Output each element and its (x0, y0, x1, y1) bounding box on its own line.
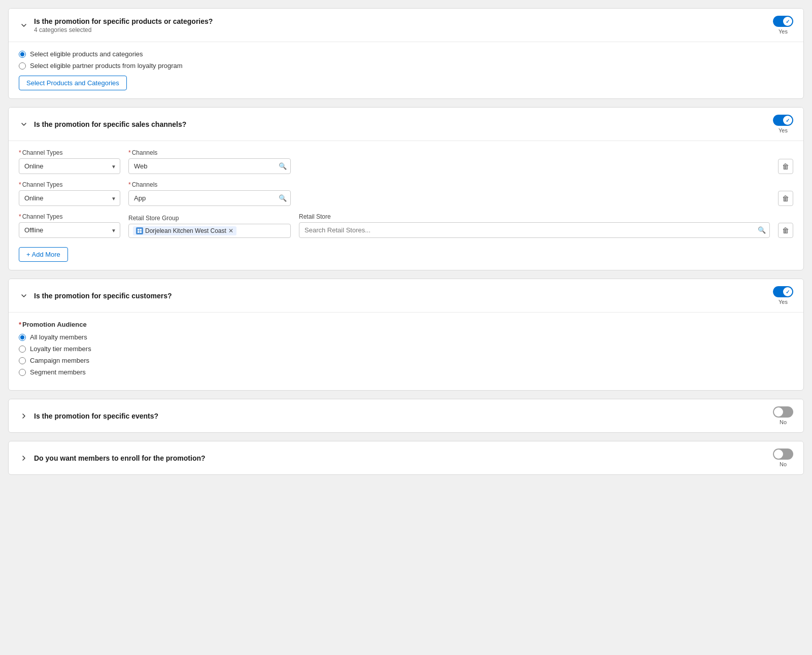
channel-type-group-2: *Channel Types Online Offline ▼ (19, 181, 120, 206)
radio-loyalty-tier-label: Loyalty tier members (30, 345, 91, 353)
events-chevron[interactable] (19, 411, 29, 421)
delete-icon-1: 🗑 (782, 162, 789, 170)
radio-campaign-input[interactable] (19, 357, 26, 364)
radio-eligible-input[interactable] (19, 51, 26, 58)
radio-partner-products[interactable]: Select eligible partner products from lo… (19, 62, 793, 70)
channel-search-icon-2: 🔍 (279, 194, 287, 202)
channels-toggle-knob (783, 116, 792, 125)
channel-type-group-1: *Channel Types Online Offline ▼ (19, 149, 120, 174)
retail-store-label: Retail Store (299, 213, 770, 220)
events-toggle[interactable] (773, 406, 793, 418)
retail-store-input[interactable] (299, 222, 770, 238)
channels-toggle[interactable] (773, 115, 793, 126)
radio-eligible-label: Select eligible products and categories (30, 50, 143, 58)
customers-chevron[interactable] (19, 291, 29, 301)
events-title-group: Is the promotion for specific events? (34, 412, 773, 420)
enroll-toggle[interactable] (773, 449, 793, 460)
products-title-group: Is the promotion for specific products o… (34, 17, 773, 33)
events-toggle-wrapper: No (773, 406, 793, 425)
customers-toggle[interactable] (773, 286, 793, 297)
channel-group-1: *Channels 🔍 (128, 149, 291, 174)
products-toggle-wrapper: Yes (773, 16, 793, 35)
channels-body: *Channel Types Online Offline ▼ *Channel… (9, 141, 803, 270)
channel-group-2: *Channels 🔍 (128, 181, 291, 206)
channel-row-3: *Channel Types Online Offline ▼ Retail S… (19, 213, 793, 238)
products-chevron[interactable] (19, 20, 29, 30)
events-toggle-label: No (780, 419, 787, 425)
customers-section-header: Is the promotion for specific customers?… (9, 279, 803, 313)
enroll-title-group: Do you want members to enroll for the pr… (34, 454, 773, 462)
radio-all-loyalty-label: All loyalty members (30, 333, 87, 341)
audience-radio-group: All loyalty members Loyalty tier members… (19, 333, 793, 376)
delete-row-2-button[interactable]: 🗑 (778, 191, 793, 206)
products-radio-group: Select eligible products and categories … (19, 50, 793, 70)
channels-title-group: Is the promotion for specific sales chan… (34, 120, 773, 128)
channel-type-label-2: *Channel Types (19, 181, 120, 188)
radio-segment-input[interactable] (19, 369, 26, 376)
radio-campaign[interactable]: Campaign members (19, 357, 793, 364)
customers-toggle-label: Yes (779, 299, 788, 305)
products-toggle[interactable] (773, 16, 793, 27)
audience-label: *Promotion Audience (19, 321, 793, 328)
select-products-button[interactable]: Select Products and Categories (19, 76, 127, 90)
radio-partner-input[interactable] (19, 62, 26, 70)
products-body: Select eligible products and categories … (9, 42, 803, 98)
events-title: Is the promotion for specific events? (34, 412, 773, 420)
add-more-button[interactable]: + Add More (19, 247, 68, 262)
enroll-title: Do you want members to enroll for the pr… (34, 454, 773, 462)
products-subtitle: 4 categories selected (34, 26, 773, 33)
svg-rect-3 (140, 231, 142, 233)
radio-campaign-label: Campaign members (30, 357, 89, 364)
retail-group-tag-wrapper: Dorjelean Kitchen West Coast ✕ (128, 224, 291, 238)
channel-type-group-3: *Channel Types Online Offline ▼ (19, 213, 120, 238)
channel-input-wrapper-2: 🔍 (128, 190, 291, 206)
channel-input-wrapper-1: 🔍 (128, 158, 291, 174)
channel-row-1: *Channel Types Online Offline ▼ *Channel… (19, 149, 793, 174)
radio-eligible-products[interactable]: Select eligible products and categories (19, 50, 793, 58)
products-toggle-label: Yes (779, 28, 788, 35)
channel-type-select-wrapper-1: Online Offline ▼ (19, 158, 120, 174)
channel-type-select-wrapper-3: Online Offline ▼ (19, 222, 120, 238)
radio-all-loyalty[interactable]: All loyalty members (19, 333, 793, 341)
channels-section-header: Is the promotion for specific sales chan… (9, 108, 803, 141)
channels-chevron[interactable] (19, 119, 29, 129)
channel-row-2: *Channel Types Online Offline ▼ *Channel… (19, 181, 793, 206)
customers-body: *Promotion Audience All loyalty members … (9, 313, 803, 390)
delete-row-3-button[interactable]: 🗑 (778, 223, 793, 238)
retail-group-field: Retail Store Group Dorjelean Kitchen Wes… (128, 215, 291, 238)
enroll-section: Do you want members to enroll for the pr… (8, 441, 804, 475)
products-section-header: Is the promotion for specific products o… (9, 9, 803, 42)
products-toggle-knob (783, 17, 792, 26)
events-section: Is the promotion for specific events? No (8, 399, 804, 433)
channel-label-2: *Channels (128, 181, 291, 188)
enroll-chevron[interactable] (19, 453, 29, 463)
retail-group-tag: Dorjelean Kitchen West Coast ✕ (133, 226, 236, 235)
delete-icon-2: 🗑 (782, 194, 789, 202)
retail-group-tag-close[interactable]: ✕ (228, 228, 233, 234)
enroll-toggle-knob (774, 450, 783, 459)
channel-input-2[interactable] (128, 190, 291, 206)
customers-toggle-wrapper: Yes (773, 286, 793, 305)
retail-group-label: Retail Store Group (128, 215, 291, 222)
channel-input-1[interactable] (128, 158, 291, 174)
channel-type-select-1[interactable]: Online Offline (19, 158, 120, 174)
channel-type-select-3[interactable]: Online Offline (19, 222, 120, 238)
enroll-section-header: Do you want members to enroll for the pr… (9, 441, 803, 474)
radio-loyalty-tier[interactable]: Loyalty tier members (19, 345, 793, 353)
products-title: Is the promotion for specific products o… (34, 17, 773, 25)
customers-section: Is the promotion for specific customers?… (8, 279, 804, 391)
retail-store-search-icon: 🔍 (758, 226, 766, 234)
radio-segment-label: Segment members (30, 368, 86, 376)
delete-icon-3: 🗑 (782, 226, 789, 234)
channel-type-select-2[interactable]: Online Offline (19, 190, 120, 206)
channels-section: Is the promotion for specific sales chan… (8, 107, 804, 270)
radio-loyalty-tier-input[interactable] (19, 346, 26, 353)
radio-all-loyalty-input[interactable] (19, 334, 26, 341)
radio-segment[interactable]: Segment members (19, 368, 793, 376)
channel-label-1: *Channels (128, 149, 291, 156)
retail-group-tag-text: Dorjelean Kitchen West Coast (145, 227, 226, 234)
channels-toggle-label: Yes (779, 127, 788, 133)
retail-group-tag-icon (136, 227, 143, 234)
enroll-toggle-wrapper: No (773, 449, 793, 467)
delete-row-1-button[interactable]: 🗑 (778, 159, 793, 174)
